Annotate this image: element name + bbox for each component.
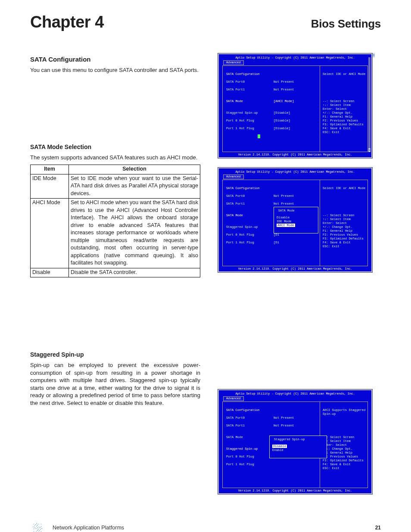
- bios-port1-label: SATA Port1: [226, 202, 274, 206]
- svg-point-4: [36, 526, 37, 527]
- bios-screenshot-3: Aptio Setup Utility - Copyright (C) 2011…: [218, 389, 373, 495]
- bios-sata-mode-label[interactable]: SATA Mode: [226, 214, 274, 218]
- bios-p0hot-value[interactable]: [Di: [274, 233, 279, 237]
- table-sata-mode: Item Selection IDE Mode Set to IDE mode …: [30, 165, 200, 277]
- bios-tab-advanced[interactable]: Advanced: [223, 60, 244, 65]
- svg-point-22: [34, 524, 34, 525]
- bios-sata-mode-label[interactable]: SATA Mode: [226, 100, 274, 103]
- cursor-icon: [258, 134, 260, 138]
- svg-point-7: [37, 530, 38, 531]
- th-item: Item: [31, 165, 69, 174]
- svg-point-23: [41, 524, 42, 525]
- bios-section-label: SATA Configuration: [226, 72, 260, 76]
- chapter-title: Chapter 4: [30, 13, 104, 31]
- bios-sata-mode-value[interactable]: [AHCI Mode]: [274, 100, 294, 103]
- popup-title: SATA Mode: [277, 209, 296, 213]
- popup-option-ahci[interactable]: AHCI Mode: [277, 224, 295, 227]
- svg-point-10: [34, 526, 35, 526]
- bios-p0hot-label[interactable]: Port 0 Hot Plug: [226, 119, 274, 123]
- heading-spinup: Staggered Spin-up: [30, 351, 200, 358]
- bios-right-pane: Select IDE or AHCI Mode --: Select Scree…: [320, 66, 367, 152]
- bios-p1hot-value[interactable]: [Disable]: [274, 127, 290, 131]
- bios-staggered-label[interactable]: Staggered Spin-up: [226, 111, 274, 115]
- heading-sata-mode-sel: SATA Mode Selection: [30, 143, 200, 150]
- popup-option-disable[interactable]: Disable: [272, 445, 287, 448]
- svg-point-9: [40, 529, 41, 530]
- svg-point-1: [39, 526, 40, 527]
- bios-help-keys: --: Select Screen ↑↓: Select Item Enter:…: [323, 214, 364, 248]
- svg-point-15: [36, 531, 37, 532]
- bios-port1-value: Not Present: [274, 88, 294, 92]
- bios-staggered-value[interactable]: [Disable]: [274, 111, 290, 115]
- table-row: AHCI Mode Set to AHCI mode when you want…: [31, 199, 200, 268]
- popup-option-disable[interactable]: Disable: [277, 216, 290, 219]
- page-number: 21: [375, 525, 381, 531]
- footer-brand: Network Application Platforms: [53, 525, 124, 531]
- bios-p1hot-label[interactable]: Port 1 Hot Plug: [226, 241, 274, 245]
- svg-point-24: [34, 531, 34, 532]
- bios-port0-value: Not Present: [274, 416, 294, 420]
- bios-help-top: Select IDE or AHCI Mode: [323, 187, 365, 190]
- svg-point-17: [41, 528, 42, 529]
- svg-point-6: [34, 527, 35, 528]
- bios-section-label: SATA Configuration: [226, 187, 260, 190]
- cell-item: Disable: [31, 268, 69, 277]
- svg-point-16: [38, 524, 39, 525]
- bios-title-bar: Aptio Setup Utility - Copyright (C) 2011…: [222, 170, 368, 174]
- bios-staggered-label[interactable]: Staggered Spin-up: [226, 447, 274, 451]
- page-section-title: Bios Settings: [311, 17, 381, 31]
- bios-port0-value: Not Present: [274, 194, 294, 198]
- th-selection: Selection: [69, 165, 200, 174]
- bios-port1-label: SATA Port1: [226, 424, 274, 428]
- heading-sata-config: SATA Configuration: [30, 56, 200, 63]
- bios-tab-advanced[interactable]: Advanced: [223, 174, 244, 179]
- body-sata-mode-sel: The system supports advanced SATA featur…: [30, 154, 200, 162]
- bios-popup-sata-mode[interactable]: SATA Mode Disable IDE Mode AHCI Mode: [274, 207, 318, 233]
- bios-port0-label: SATA Port0: [226, 194, 274, 198]
- bios-staggered-label[interactable]: Staggered Spin-up: [226, 225, 274, 229]
- bios-title-bar: Aptio Setup Utility - Copyright (C) 2011…: [222, 56, 368, 60]
- bios-section-label: SATA Configuration: [226, 408, 260, 412]
- bios-help-keys: --: Select Screen ↑↓: Select Item Enter:…: [323, 436, 364, 470]
- bios-screenshot-1: ^ v Aptio Setup Utility - Copyright (C) …: [218, 53, 373, 159]
- bios-port0-label: SATA Port0: [226, 80, 274, 84]
- bios-port0-value: Not Present: [274, 80, 294, 84]
- bios-screenshot-2: Aptio Setup Utility - Copyright (C) 2011…: [218, 167, 373, 273]
- table-row: Disable Disable the SATA controller.: [31, 268, 200, 277]
- bios-p0hot-label[interactable]: Port 0 Hot Plug: [226, 233, 274, 237]
- bios-popup-spinup[interactable]: Staggered Spin-up Disable Enable: [269, 436, 327, 458]
- table-row: IDE Mode Set to IDE mode when your want …: [31, 174, 200, 199]
- bios-p1hot-label[interactable]: Port 1 Hot Plug: [226, 463, 274, 467]
- popup-option-ide[interactable]: IDE Mode: [277, 220, 292, 223]
- bios-help-keys: --: Select Screen ↑↓: Select Item Enter:…: [323, 100, 364, 134]
- bios-tab-advanced[interactable]: Advanced: [223, 396, 244, 401]
- body-sata-config: You can use this menu to configure SATA …: [30, 66, 200, 74]
- bios-help-top: Select IDE or AHCI Mode: [323, 72, 365, 76]
- bios-port1-value: Not Present: [274, 202, 294, 206]
- bios-version-bar: Version 2.14.1219. Copyright (C) 2011 Am…: [222, 153, 368, 157]
- bios-sata-mode-label[interactable]: SATA Mode: [226, 436, 274, 439]
- scroll-down-icon[interactable]: v: [368, 148, 371, 152]
- bios-right-pane: Select IDE or AHCI Mode --: Select Scree…: [320, 180, 367, 266]
- scrollbar-track[interactable]: [368, 57, 371, 148]
- bios-p0hot-value[interactable]: [Disable]: [274, 119, 290, 123]
- cell-sel: Set to IDE mode when your want to use th…: [69, 174, 200, 199]
- svg-point-3: [38, 529, 39, 530]
- bios-version-bar: Version 2.14.1219. Copyright (C) 2011 Am…: [222, 489, 368, 493]
- scroll-up-icon[interactable]: ^: [373, 53, 375, 57]
- cell-item: AHCI Mode: [31, 199, 69, 268]
- bios-port1-value: Not Present: [274, 424, 294, 428]
- svg-point-18: [33, 526, 34, 527]
- bios-p1hot-value[interactable]: [Di: [274, 241, 279, 245]
- svg-point-13: [41, 526, 42, 527]
- body-spinup: Spin-up can be employed to prevent the e…: [30, 361, 200, 407]
- popup-option-enable[interactable]: Enable: [272, 448, 283, 452]
- cell-sel: Set to AHCI mode when you want the SATA …: [69, 199, 200, 268]
- bios-p1hot-label[interactable]: Port 1 Hot Plug: [226, 127, 274, 131]
- cell-item: IDE Mode: [31, 174, 69, 199]
- bios-p0hot-label[interactable]: Port 0 Hot Plug: [226, 455, 274, 459]
- cell-sel: Disable the SATA controller.: [69, 268, 200, 277]
- svg-point-21: [41, 531, 42, 532]
- bios-port1-label: SATA Port1: [226, 88, 274, 92]
- svg-point-5: [40, 527, 40, 528]
